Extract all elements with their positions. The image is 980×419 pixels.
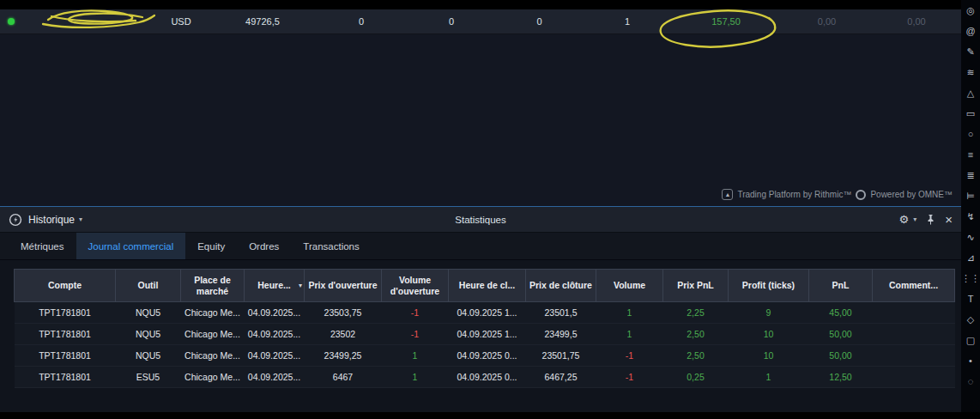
table-cell: TPT1781801: [15, 302, 116, 324]
table-cell: 12,50: [809, 367, 873, 388]
table-cell: 2,50: [663, 345, 729, 367]
column-header[interactable]: PnL: [809, 270, 873, 302]
workspace-area: ▲ Trading Platform by Rithmic™ Powered b…: [0, 34, 961, 206]
table-row[interactable]: TPT1781801NQU5Chicago Me...04.09.2025...…: [15, 324, 955, 345]
panel-title-caret-icon[interactable]: ▾: [79, 216, 82, 223]
table-cell: 23499,5: [526, 324, 596, 345]
ordered-list-icon[interactable]: ≣: [961, 170, 980, 181]
table-cell: -1: [382, 302, 449, 324]
table-cell: [873, 302, 955, 324]
table-cell: 04.09.2025 0...: [449, 345, 526, 367]
column-header[interactable]: Profit (ticks): [729, 270, 809, 302]
panel-title-dropdown[interactable]: Historique: [28, 214, 75, 226]
wave-line-icon[interactable]: ∿: [961, 232, 980, 243]
account-row[interactable]: USD 49726,5 0 0 0 1 157,50 0,00 0,00: [0, 9, 961, 34]
tab-métriques[interactable]: Métriques: [9, 233, 76, 259]
settings-gear-icon[interactable]: ⚙: [899, 213, 910, 226]
table-header-row: CompteOutilPlace de marchéHeure...▾Prix …: [15, 270, 955, 302]
table-row[interactable]: TPT1781801NQU5Chicago Me...04.09.2025...…: [15, 302, 955, 324]
table-cell: 23503,75: [305, 302, 382, 324]
tab-equity[interactable]: Equity: [185, 233, 237, 259]
table-cell: 1: [382, 367, 449, 388]
account-pnl: 157,50: [670, 16, 782, 27]
table-cell: 04.09.2025...: [245, 345, 305, 367]
panel-header: Historique ▾ Statistiques ⚙ ▾ ×: [0, 207, 961, 233]
brush-waves-icon[interactable]: ≋: [961, 67, 980, 78]
table-cell: NQU5: [116, 324, 181, 345]
column-header[interactable]: Comment...: [873, 270, 955, 302]
pin-icon[interactable]: [926, 214, 935, 225]
align-icon[interactable]: ⊨: [961, 191, 980, 202]
text-tool-icon[interactable]: T: [961, 294, 980, 305]
dotted-circle-icon[interactable]: ◌: [961, 376, 980, 387]
table-cell: TPT1781801: [15, 367, 116, 388]
journal-table-wrap: CompteOutilPlace de marchéHeure...▾Prix …: [0, 260, 961, 388]
sort-caret-icon[interactable]: ▾: [299, 282, 302, 290]
table-cell: [873, 367, 955, 388]
table-cell: Chicago Me...: [181, 345, 245, 367]
table-cell: 2,50: [663, 324, 729, 345]
table-row[interactable]: TPT1781801ESU5Chicago Me...04.09.2025...…: [15, 367, 955, 388]
column-header[interactable]: Prix de clôture: [526, 270, 596, 302]
pencil-icon[interactable]: ✎: [961, 46, 980, 58]
account-position-count: 1: [584, 16, 670, 27]
column-header[interactable]: Volume: [596, 270, 663, 302]
table-cell: 04.09.2025 1...: [449, 324, 526, 345]
settings-caret-icon[interactable]: ▾: [913, 216, 916, 223]
ruler-icon[interactable]: ⊿: [961, 252, 980, 264]
table-cell: 45,00: [809, 302, 873, 324]
triangle-shape-icon[interactable]: △: [961, 88, 980, 99]
target-icon[interactable]: ◎: [961, 5, 980, 16]
table-cell: 23502: [305, 324, 382, 345]
history-panel-icon: [9, 213, 22, 227]
table-cell: 23501,5: [526, 302, 596, 324]
table-body: TPT1781801NQU5Chicago Me...04.09.2025...…: [15, 302, 955, 388]
account-value-1: 0: [314, 16, 408, 27]
at-mention-icon[interactable]: @: [961, 26, 980, 37]
trading-app: USD 49726,5 0 0 0 1 157,50 0,00 0,00 ▲ T…: [0, 0, 980, 419]
table-cell: 9: [729, 302, 809, 324]
table-cell: -1: [382, 324, 449, 345]
table-cell: 1: [729, 367, 809, 388]
ellipse-shape-icon[interactable]: ○: [961, 129, 980, 140]
table-cell: -1: [596, 367, 663, 388]
rounded-rect-icon[interactable]: ▢: [961, 335, 980, 346]
history-panel: Historique ▾ Statistiques ⚙ ▾ × Métrique…: [0, 207, 961, 418]
table-row[interactable]: TPT1781801NQU5Chicago Me...04.09.2025...…: [15, 345, 955, 367]
omne-branding-label: Powered by OMNE™: [870, 190, 953, 199]
table-cell: [873, 345, 955, 367]
list-icon[interactable]: ≡: [961, 149, 980, 161]
table-cell: NQU5: [116, 302, 181, 324]
column-header[interactable]: Place de marché: [181, 270, 245, 302]
table-cell: 10: [729, 345, 809, 367]
table-cell: 04.09.2025...: [245, 302, 305, 324]
table-cell: 04.09.2025...: [245, 367, 305, 388]
column-header[interactable]: Volume d'ouverture: [382, 270, 449, 302]
rectangle-shape-icon[interactable]: ▭: [961, 108, 980, 119]
panel-header-actions: ⚙ ▾ ×: [899, 213, 953, 226]
table-cell: NQU5: [116, 345, 181, 367]
table-cell: 23499,25: [305, 345, 382, 367]
column-header[interactable]: Prix d'ouverture: [305, 270, 382, 302]
tab-ordres[interactable]: Ordres: [237, 233, 291, 259]
close-icon[interactable]: ×: [945, 213, 953, 226]
lightning-tool-icon[interactable]: ↯: [961, 211, 980, 222]
column-header[interactable]: Prix PnL: [663, 270, 729, 302]
column-header[interactable]: Compte: [15, 270, 116, 302]
tab-journal-commercial[interactable]: Journal commercial: [76, 233, 186, 259]
table-cell: 6467,25: [526, 367, 596, 388]
column-header[interactable]: Heure...▾: [245, 270, 305, 302]
dot-tool-icon[interactable]: •: [961, 355, 980, 367]
panel-center-title: Statistiques: [0, 215, 961, 225]
diamond-shape-icon[interactable]: ◇: [961, 314, 980, 325]
dots-grid-icon[interactable]: ⋮⋮: [961, 273, 980, 284]
tab-transactions[interactable]: Transactions: [291, 233, 371, 259]
table-cell: 1: [596, 324, 663, 345]
table-cell: 04.09.2025 1...: [449, 302, 526, 324]
platform-branding: ▲ Trading Platform by Rithmic™ Powered b…: [722, 189, 953, 200]
table-cell: 6467: [305, 367, 382, 388]
table-cell: 0,25: [663, 367, 729, 388]
column-header[interactable]: Outil: [116, 270, 181, 302]
trade-journal-table: CompteOutilPlace de marchéHeure...▾Prix …: [14, 269, 955, 388]
column-header[interactable]: Heure de cl...: [449, 270, 526, 302]
